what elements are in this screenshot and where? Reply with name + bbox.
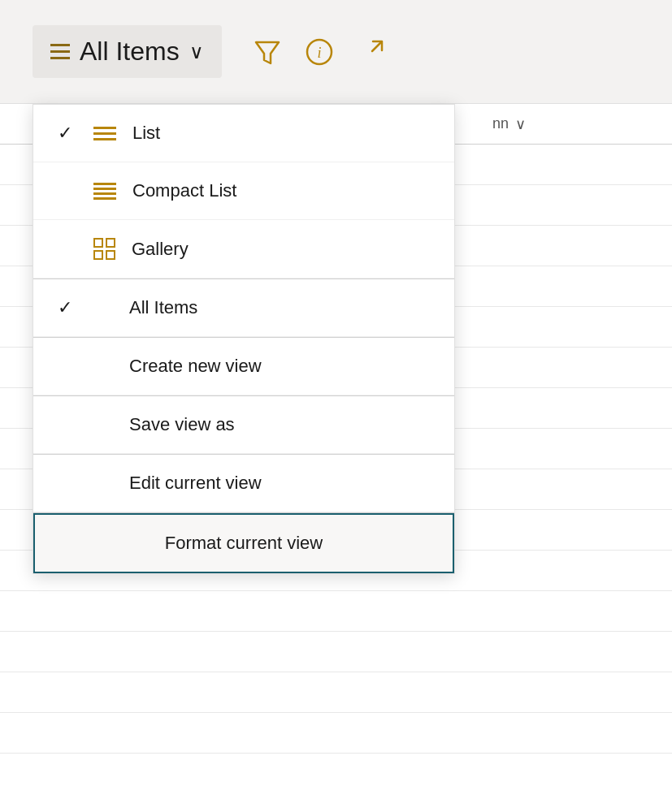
- gallery-icon: [93, 238, 115, 260]
- view-dropdown-menu: ✓ List Compact List: [33, 104, 455, 574]
- gallery-item-label: Gallery: [132, 239, 189, 260]
- filter-button[interactable]: [253, 37, 282, 67]
- format-current-view-label: Format current view: [165, 533, 323, 554]
- all-items-label: All Items: [129, 297, 197, 318]
- column-right-header: nn ∨: [492, 115, 526, 133]
- dropdown-item-list[interactable]: ✓ List: [33, 105, 454, 162]
- dropdown-item-gallery[interactable]: Gallery: [33, 220, 454, 279]
- check-icon: ✓: [58, 297, 77, 318]
- check-icon: ✓: [58, 123, 77, 144]
- page-row: [0, 672, 672, 713]
- page-row: [0, 632, 672, 672]
- save-view-as-label: Save view as: [129, 414, 235, 435]
- dropdown-item-compact-list[interactable]: Compact List: [33, 162, 454, 220]
- column-sort-icon[interactable]: ∨: [515, 115, 526, 133]
- svg-line-3: [372, 42, 381, 51]
- compact-list-icon: [93, 183, 116, 200]
- dropdown-item-create-new-view[interactable]: Create new view: [33, 338, 454, 395]
- toolbar-title: All Items: [80, 37, 180, 67]
- hamburger-icon: [50, 44, 70, 59]
- page-row: [0, 713, 672, 754]
- dropdown-item-save-view-as[interactable]: Save view as: [33, 396, 454, 454]
- toolbar: All Items ∨ i: [0, 0, 672, 104]
- view-switcher-button[interactable]: All Items ∨: [33, 25, 222, 78]
- compact-list-item-label: Compact List: [132, 180, 236, 201]
- expand-button[interactable]: [357, 37, 386, 67]
- dropdown-item-edit-current-view[interactable]: Edit current view: [33, 455, 454, 512]
- svg-marker-0: [256, 42, 279, 63]
- list-icon: [93, 127, 116, 140]
- page-row: [0, 591, 672, 632]
- list-item-label: List: [132, 123, 160, 144]
- toolbar-icons: i: [253, 37, 386, 67]
- svg-text:i: i: [317, 45, 321, 61]
- info-button[interactable]: i: [305, 37, 334, 67]
- dropdown-item-format-current-view[interactable]: Format current view: [33, 513, 454, 573]
- create-new-view-label: Create new view: [129, 356, 262, 377]
- dropdown-item-all-items[interactable]: ✓ All Items: [33, 279, 454, 337]
- chevron-down-icon: ∨: [189, 41, 204, 63]
- edit-current-view-label: Edit current view: [129, 473, 262, 494]
